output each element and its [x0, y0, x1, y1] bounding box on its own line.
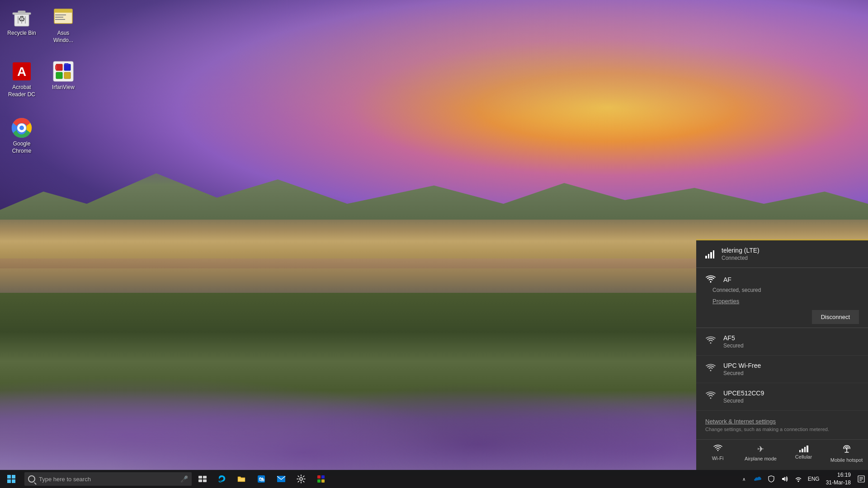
quick-action-wifi[interactable]: Wi-Fi	[696, 440, 739, 466]
quick-action-cellular[interactable]: Cellular	[782, 440, 825, 466]
upce512-info: UPCE512CC9 Secured	[723, 389, 859, 404]
network-item-upce512[interactable]: UPCE512CC9 Secured	[696, 383, 868, 411]
af5-name: AF5	[723, 334, 859, 342]
lte-section[interactable]: telering (LTE) Connected	[696, 239, 868, 267]
taskbar-mail[interactable]	[271, 470, 291, 488]
svg-rect-19	[55, 65, 57, 70]
svg-text:🛍: 🛍	[259, 476, 264, 483]
svg-point-29	[717, 450, 718, 451]
taskbar-settings[interactable]	[291, 470, 311, 488]
quick-actions-row: Wi-Fi ✈ Airplane mode Cellular	[696, 439, 868, 466]
notification-center-button[interactable]	[854, 470, 868, 488]
search-bar[interactable]: Type here to search 🎤	[24, 472, 192, 486]
network-item-af5[interactable]: AF5 Secured	[696, 328, 868, 356]
tray-clock[interactable]: 16:19 31-Mar-18	[822, 470, 854, 488]
svg-rect-17	[56, 72, 62, 79]
desktop: ♻ Recycle Bin AsusWindo... A AcrobatRead…	[0, 0, 868, 488]
upc-wifi-icon	[705, 363, 716, 374]
upce512-wifi-icon	[705, 390, 716, 401]
network-item-upc[interactable]: UPC Wi-Free Secured	[696, 356, 868, 383]
af-status: Connected, secured	[712, 287, 859, 293]
tray-onedrive-icon[interactable]	[751, 470, 764, 488]
svg-rect-37	[238, 479, 245, 481]
search-icon	[28, 475, 35, 483]
lte-info: telering (LTE) Connected	[722, 247, 859, 261]
quick-wifi-label: Wi-Fi	[712, 455, 724, 461]
af-name: AF	[723, 276, 731, 283]
recycle-bin-label: Recycle Bin	[7, 30, 36, 37]
svg-rect-33	[198, 476, 202, 479]
svg-rect-8	[54, 9, 72, 13]
svg-point-25	[710, 282, 712, 283]
asus-label: AsusWindo...	[53, 30, 73, 44]
taskbar-store[interactable]: 🛍	[251, 470, 271, 488]
af5-wifi-icon	[705, 335, 716, 346]
task-view-button[interactable]	[193, 470, 212, 488]
upc-info: UPC Wi-Free Secured	[723, 362, 859, 376]
svg-text:A: A	[17, 65, 26, 79]
svg-point-27	[710, 370, 712, 371]
upc-status: Secured	[723, 370, 859, 376]
tray-network-icon[interactable]	[792, 470, 805, 488]
svg-rect-18	[64, 72, 71, 79]
af5-info: AF5 Secured	[723, 334, 859, 349]
tray-language[interactable]: ENG	[805, 470, 822, 488]
taskbar-apps: 🛍	[212, 470, 737, 488]
svg-text:♻: ♻	[18, 14, 25, 23]
taskbar-edge[interactable]	[212, 470, 231, 488]
svg-rect-15	[56, 64, 62, 70]
microphone-icon[interactable]: 🎤	[180, 475, 188, 483]
svg-rect-20	[64, 63, 69, 65]
svg-rect-45	[321, 479, 325, 483]
desktop-icon-irfanview[interactable]: IrfanView	[45, 59, 81, 93]
quick-action-hotspot[interactable]: Mobile hotspot	[825, 440, 868, 466]
system-tray: ∧	[737, 470, 868, 488]
svg-point-26	[710, 343, 712, 344]
quick-wifi-icon	[713, 444, 722, 454]
svg-rect-36	[203, 479, 207, 482]
windows-logo-icon	[7, 475, 15, 483]
quick-action-airplane[interactable]: ✈ Airplane mode	[739, 440, 782, 466]
svg-point-30	[846, 448, 848, 450]
svg-rect-11	[55, 19, 65, 20]
quick-cellular-label: Cellular	[795, 454, 812, 460]
network-settings-desc: Change settings, such as making a connec…	[705, 427, 859, 432]
lte-icon	[705, 250, 714, 258]
svg-rect-35	[198, 479, 202, 482]
taskbar: Type here to search 🎤	[0, 470, 868, 488]
tray-hidden-items[interactable]: ∧	[737, 470, 751, 488]
start-button[interactable]	[0, 470, 23, 488]
tray-time: 16:19	[837, 471, 851, 479]
search-placeholder: Type here to search	[39, 476, 180, 483]
chrome-label: GoogleChrome	[12, 141, 32, 155]
desktop-icon-acrobat[interactable]: A AcrobatReader DC	[4, 59, 40, 100]
svg-point-28	[710, 398, 712, 399]
desktop-icon-chrome[interactable]: GoogleChrome	[4, 115, 40, 156]
af-header: AF	[705, 274, 859, 285]
svg-rect-9	[55, 14, 66, 15]
quick-hotspot-label: Mobile hotspot	[830, 457, 863, 463]
network-panel: telering (LTE) Connected AF	[696, 239, 868, 470]
quick-airplane-icon: ✈	[757, 444, 764, 454]
svg-rect-34	[203, 476, 207, 479]
tray-security-icon[interactable]	[764, 470, 778, 488]
svg-point-41	[300, 478, 302, 480]
quick-airplane-label: Airplane mode	[745, 456, 777, 461]
acrobat-label: AcrobatReader DC	[8, 84, 35, 98]
irfanview-label: IrfanView	[52, 84, 75, 91]
taskbar-file-explorer[interactable]	[231, 470, 251, 488]
acrobat-icon: A	[11, 61, 33, 82]
properties-link[interactable]: Properties	[712, 298, 859, 305]
desktop-icon-recycle-bin[interactable]: ♻ Recycle Bin	[4, 5, 40, 39]
lte-status: Connected	[722, 255, 859, 261]
network-settings-section: Network & Internet settings Change setti…	[696, 411, 868, 436]
svg-point-46	[797, 481, 799, 482]
af-wifi-icon	[705, 274, 716, 285]
desktop-icon-asus[interactable]: AsusWindo...	[45, 5, 81, 46]
network-settings-link[interactable]: Network & Internet settings	[705, 418, 859, 425]
taskbar-irfanview[interactable]	[311, 470, 331, 488]
tray-volume-icon[interactable]	[778, 470, 792, 488]
svg-point-24	[19, 126, 24, 130]
disconnect-button[interactable]: Disconnect	[812, 310, 859, 324]
tray-date: 31-Mar-18	[826, 479, 851, 487]
